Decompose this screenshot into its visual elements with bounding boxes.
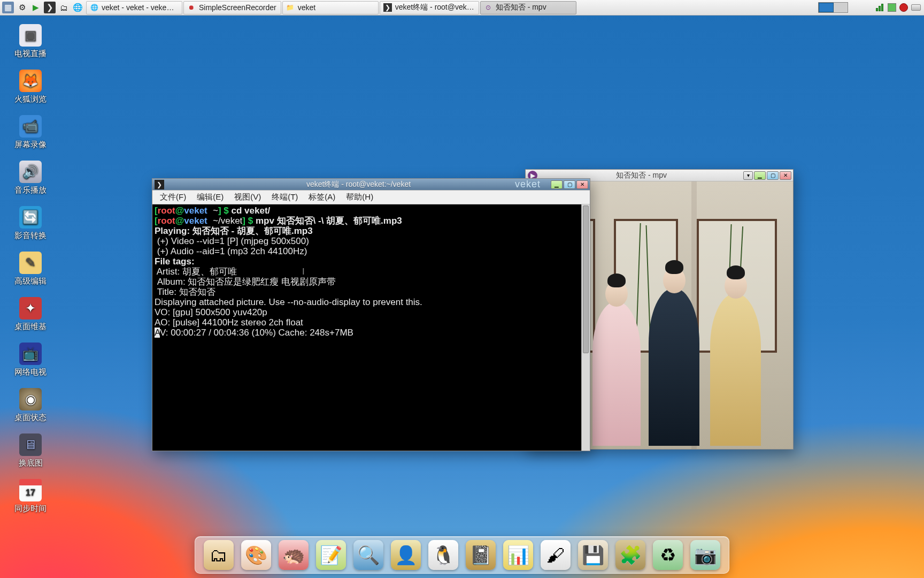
taskbar-label: 知否知否 - mpv [496,3,546,12]
dock-paint-icon[interactable]: 🎨 [241,540,271,570]
dock-user-icon[interactable]: 👤 [391,540,421,570]
taskbar-button-terminal[interactable]: ❯ veket终端 - root@vek… [380,1,479,14]
close-button[interactable]: ✕ [576,180,588,189]
taskbar: ▦ ⚙ ▶ ❯ 🗂 🌐 🌐 veket - veket - veke… ⏺ Si… [0,0,924,16]
dock-search-icon[interactable]: 🔍 [353,540,383,570]
close-button[interactable]: ✕ [780,171,791,180]
maximize-button[interactable]: ▢ [767,171,779,180]
dock-notes-icon[interactable]: 📝 [316,540,346,570]
menu-edit[interactable]: 编辑(E) [192,191,228,203]
terminal-title: veket终端 - root@veket:~/veket [166,180,551,189]
dock-puzzle-icon[interactable]: 🧩 [615,540,645,570]
desktop-icon-converter[interactable]: 🔄影音转换 [10,206,51,241]
taskbar-button-files[interactable]: 📁 veket [282,1,379,14]
minimize-button[interactable]: ▁ [551,180,563,189]
terminal-output[interactable]: [root@veket ~] $ cd veket/ [root@veket ~… [152,204,590,451]
desktop-icon-editor[interactable]: ✎高级编辑 [10,252,51,286]
dock: 🗂 🎨 🦔 📝 🔍 👤 🐧 📓 📊 🖌 💾 🧩 ♻ 📷 [195,536,729,574]
album-figure [710,293,761,446]
taskbar-button-mpv[interactable]: ⊙ 知否知否 - mpv [480,1,576,14]
terminal-window-controls: ▁ ▢ ✕ [551,180,590,189]
taskbar-label: SimpleScreenRecorder [199,3,276,12]
tray-record-icon[interactable] [899,3,908,12]
desktop-icon-tv[interactable]: ▣电视直播 [10,24,51,59]
maximize-button[interactable]: ▢ [564,180,575,189]
mpv-icon: ⊙ [484,3,492,12]
launcher-files-icon[interactable]: 🗂 [58,2,70,13]
desktop-icon-recorder[interactable]: 📹屏幕录像 [10,115,51,150]
terminal-titlebar[interactable]: ❯ veket终端 - root@veket:~/veket veket ▁ ▢… [152,179,590,191]
menu-file[interactable]: 文件(F) [156,191,190,203]
desktop-icon-status[interactable]: ◉桌面状态 [10,388,51,423]
launcher-browser-icon[interactable]: 🌐 [72,2,83,13]
dock-usb-icon[interactable]: 💾 [578,540,608,570]
desktop-icons: ▣电视直播 🦊火狐浏览 📹屏幕录像 🔊音乐播放 🔄影音转换 ✎高级编辑 ✦桌面维… [10,24,51,524]
mpv-window-controls: ▾ ▁ ▢ ✕ [743,171,793,180]
taskbar-label: veket [298,3,315,12]
album-figure [592,301,641,446]
desktop-icon-wallpaper[interactable]: 🖥换底图 [10,434,51,468]
av-status: V: 00:00:27 / 00:04:36 (10%) Cache: 248s… [160,328,353,338]
system-tray [815,2,924,13]
desktop-icon-music[interactable]: 🔊音乐播放 [10,161,51,195]
dock-book-icon[interactable]: 📓 [466,540,496,570]
record-icon: ⏺ [187,3,196,12]
launcher-monitor-icon[interactable]: ▦ [2,2,14,13]
tray-status-icon[interactable] [888,3,896,12]
tray-drive-icon[interactable] [911,4,921,11]
workspace-pager[interactable] [818,2,848,13]
album-figure [649,288,699,446]
desktop-icon-wiki[interactable]: ✦桌面维基 [10,297,51,332]
launcher-play-icon[interactable]: ▶ [30,2,42,13]
dock-amule-icon[interactable]: 🦔 [279,540,309,570]
taskbar-label: veket终端 - root@vek… [395,3,474,12]
dock-sticky-icon[interactable]: 📊 [503,540,533,570]
taskbar-label: veket - veket - veke… [102,3,174,12]
scrollbar-thumb[interactable] [583,206,589,353]
desktop-icon-synctime[interactable]: 17同步时间 [10,479,51,514]
launcher-settings-icon[interactable]: ⚙ [16,2,28,13]
terminal-window[interactable]: ❯ veket终端 - root@veket:~/veket veket ▁ ▢… [152,178,590,451]
dock-brush-icon[interactable]: 🖌 [541,540,571,570]
folder-icon: 📁 [286,3,295,12]
terminal-app-icon: ❯ [155,180,164,189]
desktop-icon-nettv[interactable]: 📺网络电视 [10,343,51,377]
network-signal-icon[interactable] [876,4,884,11]
menu-help[interactable]: 帮助(H) [342,191,378,203]
minimize-button[interactable]: ▁ [754,171,766,180]
launcher-terminal-icon[interactable]: ❯ [44,2,56,13]
dock-camera-icon[interactable]: 📷 [690,540,720,570]
terminal-brand: veket [515,179,541,190]
dock-linux-icon[interactable]: 🐧 [428,540,458,570]
taskbar-button-screenrecorder[interactable]: ⏺ SimpleScreenRecorder [183,1,281,14]
taskbar-button-browser[interactable]: 🌐 veket - veket - veke… [86,1,182,14]
menu-view[interactable]: 视图(V) [230,191,265,203]
browser-icon: 🌐 [90,3,98,12]
menu-terminal[interactable]: 终端(T) [267,191,302,203]
dock-files-icon[interactable]: 🗂 [204,540,234,570]
terminal-icon: ❯ [383,3,392,12]
workspace-2[interactable] [834,3,848,12]
quick-launch: ▦ ⚙ ▶ ❯ 🗂 🌐 [0,2,86,13]
dock-recycle-icon[interactable]: ♻ [653,540,683,570]
desktop-icon-firefox[interactable]: 🦊火狐浏览 [10,70,51,104]
pin-button[interactable]: ▾ [743,171,753,180]
text-cursor-icon: I [302,267,305,277]
terminal-menubar: 文件(F) 编辑(E) 视图(V) 终端(T) 标签(A) 帮助(H) [152,191,590,204]
terminal-scrollbar[interactable] [581,204,590,451]
workspace-1[interactable] [819,3,834,12]
menu-tabs[interactable]: 标签(A) [304,191,340,203]
